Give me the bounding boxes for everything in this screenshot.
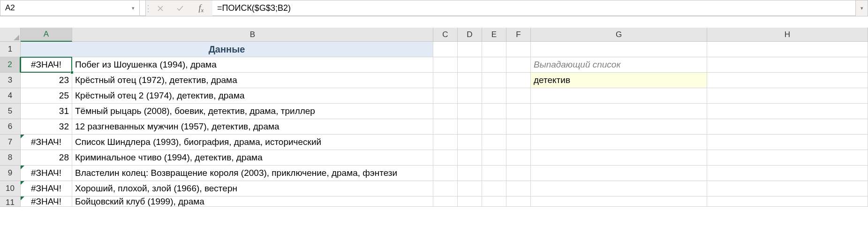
cell[interactable] — [433, 135, 458, 150]
cell[interactable] — [531, 119, 707, 135]
cell-A6[interactable]: 32 — [21, 119, 72, 135]
row-header-11[interactable]: 11 — [0, 197, 21, 207]
cell[interactable] — [506, 73, 531, 88]
insert-function-button[interactable]: fx — [190, 0, 212, 16]
formula-input[interactable]: =ПОИСК($G$3;B2) — [212, 0, 856, 16]
cell[interactable] — [482, 197, 506, 207]
cell-A11[interactable]: #ЗНАЧ! — [21, 197, 72, 207]
cell-B2[interactable]: Побег из Шоушенка (1994), драма — [72, 57, 433, 73]
cell-B9[interactable]: Властелин колец: Возвращение короля (200… — [72, 166, 433, 181]
cell[interactable] — [482, 166, 506, 181]
cell[interactable] — [707, 166, 868, 181]
cell[interactable] — [482, 104, 506, 119]
cell[interactable] — [458, 150, 482, 166]
cell[interactable] — [482, 57, 506, 73]
cell-B5[interactable]: Тёмный рыцарь (2008), боевик, детектив, … — [72, 104, 433, 119]
row-header-5[interactable]: 5 — [0, 104, 21, 119]
cell-A8[interactable]: 28 — [21, 150, 72, 166]
cell-A9[interactable]: #ЗНАЧ! — [21, 166, 72, 181]
cell[interactable] — [458, 73, 482, 88]
cell[interactable] — [707, 88, 868, 104]
row-header-3[interactable]: 3 — [0, 73, 21, 88]
cell[interactable] — [531, 42, 707, 57]
cell[interactable] — [458, 88, 482, 104]
cell[interactable] — [531, 150, 707, 166]
cell[interactable] — [506, 119, 531, 135]
cell[interactable] — [506, 197, 531, 207]
cell[interactable] — [458, 42, 482, 57]
cell[interactable] — [482, 181, 506, 197]
col-header-D[interactable]: D — [458, 28, 482, 42]
cell-B8[interactable]: Криминальное чтиво (1994), детектив, дра… — [72, 150, 433, 166]
cell-A5[interactable]: 31 — [21, 104, 72, 119]
cell-B11[interactable]: Бойцовский клуб (1999), драма — [72, 197, 433, 207]
cell[interactable] — [506, 88, 531, 104]
col-header-F[interactable]: F — [506, 28, 531, 42]
cell[interactable] — [707, 181, 868, 197]
name-box[interactable]: A2 ▾ — [0, 0, 140, 16]
cell[interactable] — [506, 181, 531, 197]
cell-A10[interactable]: #ЗНАЧ! — [21, 181, 72, 197]
cell[interactable] — [482, 73, 506, 88]
cell[interactable] — [482, 135, 506, 150]
cell[interactable] — [707, 197, 868, 207]
cell-B10[interactable]: Хороший, плохой, злой (1966), вестерн — [72, 181, 433, 197]
cell[interactable] — [458, 135, 482, 150]
cell[interactable] — [707, 73, 868, 88]
cell[interactable] — [531, 181, 707, 197]
row-header-7[interactable]: 7 — [0, 135, 21, 150]
row-header-10[interactable]: 10 — [0, 181, 21, 197]
cell[interactable] — [506, 135, 531, 150]
cell-header-title[interactable]: Данные — [21, 42, 433, 57]
cell[interactable] — [506, 57, 531, 73]
cell[interactable] — [707, 104, 868, 119]
select-all-corner[interactable] — [0, 28, 21, 42]
cell[interactable] — [531, 166, 707, 181]
enter-button[interactable] — [170, 0, 190, 16]
col-header-E[interactable]: E — [482, 28, 506, 42]
cell-A4[interactable]: 25 — [21, 88, 72, 104]
cell[interactable] — [433, 119, 458, 135]
row-header-9[interactable]: 9 — [0, 166, 21, 181]
cell[interactable] — [707, 135, 868, 150]
cell[interactable] — [531, 104, 707, 119]
col-header-C[interactable]: C — [433, 28, 458, 42]
cell[interactable] — [433, 42, 458, 57]
cell-B4[interactable]: Крёстный отец 2 (1974), детектив, драма — [72, 88, 433, 104]
cell-B6[interactable]: 12 разгневанных мужчин (1957), детектив,… — [72, 119, 433, 135]
row-header-4[interactable]: 4 — [0, 88, 21, 104]
row-header-1[interactable]: 1 — [0, 42, 21, 57]
cell-A7[interactable]: #ЗНАЧ! — [21, 135, 72, 150]
cell-A3[interactable]: 23 — [21, 73, 72, 88]
cell[interactable] — [458, 104, 482, 119]
cell[interactable] — [458, 197, 482, 207]
cell[interactable] — [707, 150, 868, 166]
col-header-A[interactable]: A — [21, 28, 72, 42]
cell-G3-dropdown[interactable]: детектив — [531, 73, 707, 88]
col-header-H[interactable]: H — [707, 28, 868, 42]
col-header-B[interactable]: B — [72, 28, 433, 42]
cell[interactable] — [482, 150, 506, 166]
chevron-down-icon[interactable]: ▾ — [132, 5, 135, 11]
cell[interactable] — [433, 181, 458, 197]
cell[interactable] — [433, 166, 458, 181]
cell[interactable] — [707, 119, 868, 135]
cell[interactable] — [482, 88, 506, 104]
row-header-6[interactable]: 6 — [0, 119, 21, 135]
cell[interactable] — [433, 57, 458, 73]
cell[interactable] — [506, 166, 531, 181]
row-header-8[interactable]: 8 — [0, 150, 21, 166]
col-header-G[interactable]: G — [531, 28, 707, 42]
fill-handle[interactable] — [70, 71, 74, 74]
cell[interactable] — [506, 104, 531, 119]
cell-B7[interactable]: Список Шиндлера (1993), биография, драма… — [72, 135, 433, 150]
cell[interactable] — [433, 104, 458, 119]
cell[interactable] — [707, 57, 868, 73]
cell[interactable] — [458, 57, 482, 73]
cell[interactable] — [531, 135, 707, 150]
cell[interactable] — [433, 73, 458, 88]
cell-A2[interactable]: #ЗНАЧ! — [21, 57, 72, 73]
row-header-2[interactable]: 2 — [0, 57, 21, 73]
cell-B3[interactable]: Крёстный отец (1972), детектив, драма — [72, 73, 433, 88]
cell[interactable] — [531, 197, 707, 207]
